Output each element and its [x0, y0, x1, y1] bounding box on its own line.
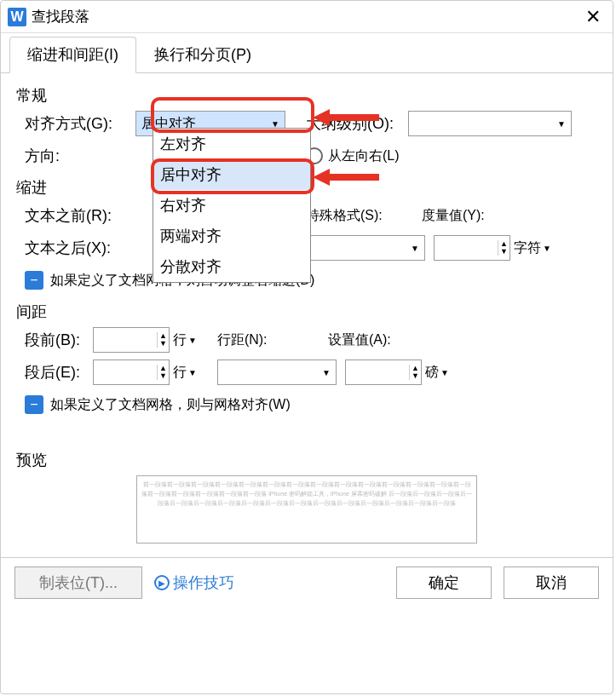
snap-grid-checkbox-label: 如果定义了文档网格，则与网格对齐(W) — [50, 396, 291, 414]
special-format-label: 特殊格式(S): — [306, 207, 422, 225]
chevron-down-icon[interactable]: ▼ — [188, 368, 197, 377]
align-option-right[interactable]: 右对齐 — [153, 190, 310, 221]
spin-down-icon[interactable]: ▼ — [159, 340, 167, 348]
alignment-dropdown: 左对齐 居中对齐 右对齐 两端对齐 分散对齐 — [153, 128, 311, 283]
spin-down-icon[interactable]: ▼ — [412, 372, 419, 380]
chevron-down-icon[interactable]: ▼ — [543, 244, 551, 253]
set-value-label: 设置值(A): — [328, 331, 391, 349]
tips-label: 操作技巧 — [173, 572, 234, 593]
direction-label: 方向: — [25, 146, 135, 166]
checkbox-snap-to-grid[interactable]: − — [25, 395, 43, 414]
tab-line-page-break[interactable]: 换行和分页(P) — [136, 37, 269, 72]
outline-level-select[interactable]: ▼ — [408, 111, 572, 136]
space-after-spinner[interactable]: ▲▼ — [93, 360, 170, 385]
tab-bar: 缩进和间距(I) 换行和分页(P) — [1, 37, 613, 73]
chevron-down-icon: ▼ — [411, 244, 419, 253]
titlebar: W 查找段落 ✕ — [1, 1, 613, 33]
section-preview: 预览 — [16, 450, 597, 470]
spin-down-icon[interactable]: ▼ — [159, 372, 167, 380]
set-value-unit[interactable]: 磅 — [425, 364, 439, 382]
preview-canvas: 前一段落前一段落前一段落前一段落前一段落前一段落前一段落前一段落前一段落前一段落… — [136, 475, 477, 544]
text-after-label: 文本之后(X): — [25, 238, 135, 258]
align-option-left[interactable]: 左对齐 — [153, 129, 310, 159]
chevron-down-icon[interactable]: ▼ — [188, 336, 197, 345]
alignment-label: 对齐方式(G): — [25, 113, 135, 134]
dialog-footer: 制表位(T)... ▶ 操作技巧 确定 取消 — [1, 557, 613, 607]
text-before-label: 文本之前(R): — [25, 205, 135, 226]
annotation-arrow-icon — [313, 165, 381, 189]
play-icon: ▶ — [154, 575, 170, 590]
space-before-unit[interactable]: 行 — [173, 331, 187, 349]
special-format-select[interactable]: ▼ — [306, 235, 425, 261]
annotation-arrow-icon — [313, 106, 381, 129]
dialog-body: 常规 对齐方式(G): 居中对齐 ▼ 大纲级别(O): ▼ 方向: 从左向右(L… — [1, 73, 613, 557]
ltr-label: 从左向右(L) — [328, 147, 400, 165]
set-value-spinner[interactable]: ▲▼ — [345, 360, 422, 385]
line-height-label: 行距(N): — [217, 331, 328, 349]
align-option-distribute[interactable]: 分散对齐 — [153, 251, 310, 282]
chevron-down-icon: ▼ — [271, 119, 279, 129]
app-icon: W — [8, 8, 26, 26]
line-height-select[interactable]: ▼ — [217, 360, 337, 385]
space-before-spinner[interactable]: ▲▼ — [93, 327, 170, 353]
align-option-justify[interactable]: 两端对齐 — [153, 221, 310, 251]
close-button[interactable]: ✕ — [580, 6, 606, 28]
tips-link[interactable]: ▶ 操作技巧 — [154, 572, 234, 593]
chevron-down-icon: ▼ — [322, 368, 331, 377]
align-option-center[interactable]: 居中对齐 — [153, 159, 310, 190]
space-after-label: 段后(E): — [25, 362, 93, 383]
dialog-title: 查找段落 — [32, 7, 580, 26]
spin-down-icon[interactable]: ▼ — [500, 248, 508, 256]
checkbox-auto-right-indent[interactable]: − — [25, 271, 43, 290]
cancel-button[interactable]: 取消 — [504, 567, 599, 599]
chevron-down-icon[interactable]: ▼ — [440, 368, 449, 377]
space-after-unit[interactable]: 行 — [173, 364, 187, 382]
svg-marker-0 — [313, 109, 379, 126]
measure-spinner[interactable]: ▲▼ — [434, 235, 510, 261]
measure-unit[interactable]: 字符 — [514, 239, 541, 257]
svg-marker-1 — [313, 169, 379, 186]
tabs-button[interactable]: 制表位(T)... — [14, 567, 142, 599]
section-spacing: 间距 — [16, 302, 597, 322]
tab-indent-spacing[interactable]: 缩进和间距(I) — [9, 37, 136, 73]
section-general: 常规 — [16, 85, 597, 106]
ok-button[interactable]: 确定 — [396, 567, 492, 599]
space-before-label: 段前(B): — [25, 330, 93, 350]
measure-label: 度量值(Y): — [422, 207, 485, 225]
dialog-window: W 查找段落 ✕ 缩进和间距(I) 换行和分页(P) 常规 对齐方式(G): 居… — [0, 0, 613, 694]
chevron-down-icon: ▼ — [557, 119, 566, 129]
